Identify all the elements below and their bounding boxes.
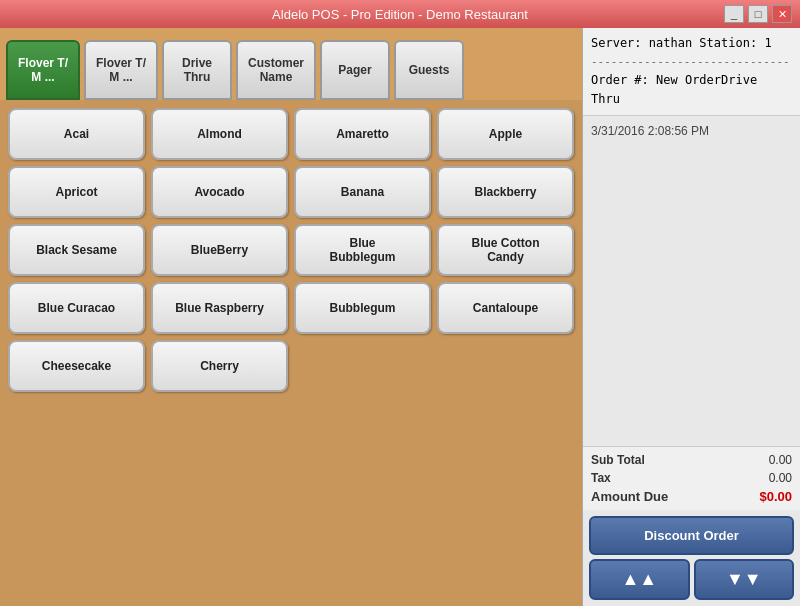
item-button-avocado[interactable]: Avocado	[151, 166, 288, 218]
title-bar: Aldelo POS - Pro Edition - Demo Restaura…	[0, 0, 800, 28]
subtotal-value: 0.00	[769, 453, 792, 467]
item-button-acai[interactable]: Acai	[8, 108, 145, 160]
item-button-cantaloupe[interactable]: Cantaloupe	[437, 282, 574, 334]
subtotal-label: Sub Total	[591, 453, 645, 467]
server-line: Server: nathan Station: 1	[591, 34, 792, 53]
tax-value: 0.00	[769, 471, 792, 485]
item-button-banana[interactable]: Banana	[294, 166, 431, 218]
item-button-blue-raspberry[interactable]: Blue Raspberry	[151, 282, 288, 334]
tab-flover-t-m-1[interactable]: Flover T/M ...	[6, 40, 80, 100]
item-button-blackberry[interactable]: Blackberry	[437, 166, 574, 218]
tab-drive-thru[interactable]: DriveThru	[162, 40, 232, 100]
left-panel: Flover T/M ... Flover T/M ... DriveThru …	[0, 28, 582, 606]
nav-buttons: ▲▲ ▼▼	[589, 559, 794, 600]
order-header: Server: nathan Station: 1 --------------…	[583, 28, 800, 116]
order-line: Order #: New OrderDrive Thru	[591, 71, 792, 109]
tab-flover-t-m-2[interactable]: Flover T/M ...	[84, 40, 158, 100]
order-content: 3/31/2016 2:08:56 PM	[583, 116, 800, 446]
tab-pager[interactable]: Pager	[320, 40, 390, 100]
item-button-blueberry[interactable]: BlueBerry	[151, 224, 288, 276]
totals-area: Sub Total 0.00 Tax 0.00 Amount Due $0.00	[583, 446, 800, 510]
items-grid: AcaiAlmondAmarettoAppleApricotAvocadoBan…	[8, 108, 574, 392]
item-button-apple[interactable]: Apple	[437, 108, 574, 160]
maximize-button[interactable]: □	[748, 5, 768, 23]
item-button-blue-bubblegum[interactable]: BlueBubblegum	[294, 224, 431, 276]
tax-label: Tax	[591, 471, 611, 485]
right-buttons: Discount Order ▲▲ ▼▼	[583, 510, 800, 606]
minimize-button[interactable]: _	[724, 5, 744, 23]
order-datetime: 3/31/2016 2:08:56 PM	[591, 124, 792, 138]
item-button-bubblegum[interactable]: Bubblegum	[294, 282, 431, 334]
scroll-up-button[interactable]: ▲▲	[589, 559, 690, 600]
amount-due-label: Amount Due	[591, 489, 668, 504]
items-area: AcaiAlmondAmarettoAppleApricotAvocadoBan…	[0, 100, 582, 606]
main-container: Flover T/M ... Flover T/M ... DriveThru …	[0, 28, 800, 606]
tab-guests[interactable]: Guests	[394, 40, 464, 100]
item-button-black-sesame[interactable]: Black Sesame	[8, 224, 145, 276]
item-button-almond[interactable]: Almond	[151, 108, 288, 160]
item-button-apricot[interactable]: Apricot	[8, 166, 145, 218]
scroll-down-button[interactable]: ▼▼	[694, 559, 795, 600]
tab-customer-name[interactable]: CustomerName	[236, 40, 316, 100]
item-button-cherry[interactable]: Cherry	[151, 340, 288, 392]
item-button-blue-cotton-candy[interactable]: Blue CottonCandy	[437, 224, 574, 276]
right-panel: Server: nathan Station: 1 --------------…	[582, 28, 800, 606]
tab-bar: Flover T/M ... Flover T/M ... DriveThru …	[0, 28, 582, 100]
dashes: ------------------------------	[591, 53, 792, 71]
item-button-cheesecake[interactable]: Cheesecake	[8, 340, 145, 392]
amount-due-value: $0.00	[759, 489, 792, 504]
item-button-blue-curacao[interactable]: Blue Curacao	[8, 282, 145, 334]
discount-order-button[interactable]: Discount Order	[589, 516, 794, 555]
item-button-amaretto[interactable]: Amaretto	[294, 108, 431, 160]
app-title: Aldelo POS - Pro Edition - Demo Restaura…	[272, 7, 528, 22]
close-button[interactable]: ✕	[772, 5, 792, 23]
window-controls[interactable]: _ □ ✕	[724, 5, 792, 23]
